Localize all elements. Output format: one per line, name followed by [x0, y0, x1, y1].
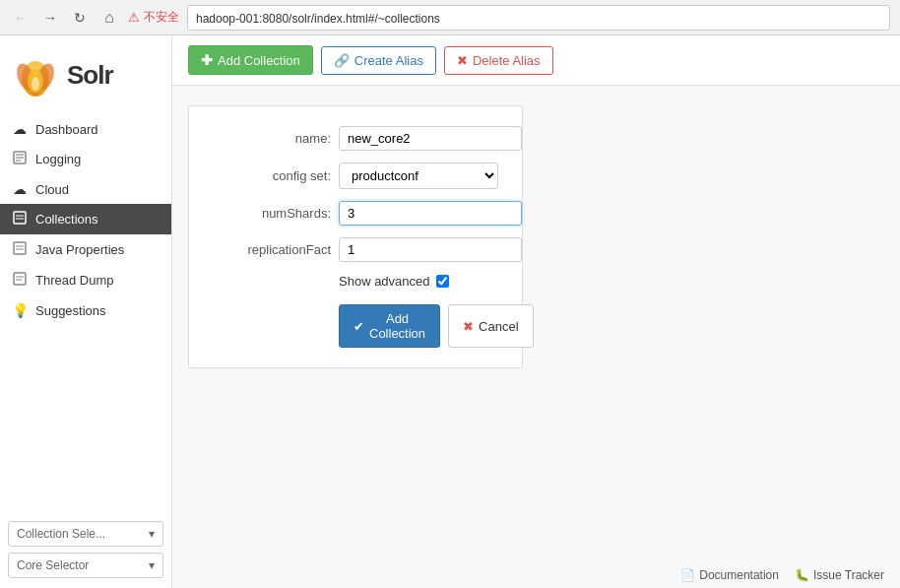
forward-button[interactable]: → [39, 7, 61, 29]
cloud-icon: ☁ [12, 181, 28, 197]
sidebar-item-cloud[interactable]: ☁ Cloud [0, 174, 171, 204]
suggestions-icon: 💡 [12, 302, 28, 318]
solr-logo-icon [12, 51, 59, 98]
config-set-field-row: config set: productconf _default [213, 163, 498, 189]
name-field-row: name: [213, 126, 498, 151]
cancel-icon: ✖ [463, 319, 474, 334]
sidebar-nav: ☁ Dashboard Logging ☁ Cloud Collections [0, 114, 171, 325]
add-collection-button-label: Add Collection [369, 311, 425, 341]
back-button[interactable]: ← [10, 7, 32, 29]
checkmark-icon: ✔ [354, 319, 364, 334]
sidebar-item-logging[interactable]: Logging [0, 144, 171, 174]
sidebar-item-label: Java Properties [35, 242, 124, 257]
show-advanced-checkbox[interactable] [436, 275, 449, 288]
sidebar-item-dashboard[interactable]: ☁ Dashboard [0, 114, 171, 144]
app-container: Solr ☁ Dashboard Logging ☁ Cloud C [0, 35, 900, 588]
bug-icon: 🐛 [795, 568, 809, 582]
browser-chrome: ← → ↻ ⌂ ⚠ 不安全 hadoop-001:8080/solr/index… [0, 0, 900, 35]
plus-icon: ✚ [201, 52, 213, 68]
delete-icon: ✖ [457, 53, 468, 68]
sidebar-item-label: Collections [35, 212, 98, 227]
core-selector-label: Core Selector [17, 558, 89, 572]
replication-factor-label: replicationFact [213, 242, 331, 257]
toolbar: ✚ Add Collection 🔗 Create Alias ✖ Delete… [172, 35, 900, 86]
sidebar-item-label: Suggestions [35, 303, 106, 318]
delete-alias-button[interactable]: ✖ Delete Alias [444, 46, 553, 75]
replication-factor-field-row: replicationFact [213, 237, 498, 262]
add-collection-label: Add Collection [218, 53, 300, 68]
thread-dump-icon [12, 272, 28, 289]
sidebar-item-java-properties[interactable]: Java Properties [0, 234, 171, 265]
chevron-down-icon: ▾ [149, 527, 155, 541]
cancel-button-label: Cancel [479, 319, 518, 334]
address-bar[interactable]: hadoop-001:8080/solr/index.html#/~collec… [187, 5, 890, 31]
sidebar-item-label: Thread Dump [35, 273, 113, 288]
config-set-label: config set: [213, 168, 331, 183]
create-alias-button[interactable]: 🔗 Create Alias [321, 46, 436, 75]
logo-area: Solr [0, 35, 171, 114]
logging-icon [12, 151, 28, 167]
sidebar-bottom: Collection Sele... ▾ Core Selector ▾ [0, 511, 171, 588]
collections-icon [12, 211, 28, 228]
add-collection-dialog: name: config set: productconf _default n… [188, 105, 523, 368]
sidebar-item-label: Logging [35, 152, 81, 166]
home-button[interactable]: ⌂ [98, 7, 120, 29]
sidebar-item-collections[interactable]: Collections [0, 204, 171, 234]
collection-selector-label: Collection Sele... [17, 527, 105, 541]
cancel-button[interactable]: ✖ Cancel [448, 304, 533, 348]
security-label: 不安全 [144, 9, 179, 26]
main-content: ✚ Add Collection 🔗 Create Alias ✖ Delete… [172, 35, 900, 588]
sidebar: Solr ☁ Dashboard Logging ☁ Cloud C [0, 35, 172, 588]
name-label: name: [213, 131, 331, 146]
replication-factor-input[interactable] [339, 237, 522, 262]
chevron-down-icon: ▾ [149, 558, 155, 572]
delete-alias-label: Delete Alias [473, 53, 541, 68]
collection-selector[interactable]: Collection Sele... ▾ [8, 521, 163, 547]
alias-icon: 🔗 [334, 53, 350, 68]
show-advanced-row: Show advanced [213, 274, 498, 289]
sidebar-item-suggestions[interactable]: 💡 Suggestions [0, 295, 171, 325]
reload-button[interactable]: ↻ [69, 7, 91, 29]
issue-tracker-link[interactable]: 🐛 Issue Tracker [795, 568, 884, 582]
java-properties-icon [12, 241, 28, 258]
documentation-icon: 📄 [680, 568, 695, 582]
issue-tracker-label: Issue Tracker [813, 568, 884, 582]
num-shards-input[interactable] [339, 201, 522, 226]
documentation-link[interactable]: 📄 Documentation [680, 568, 779, 582]
warning-icon: ⚠ [128, 10, 140, 25]
svg-rect-9 [14, 212, 26, 224]
solr-logo-text: Solr [67, 60, 113, 91]
footer: 📄 Documentation 🐛 Issue Tracker [665, 562, 900, 588]
security-badge: ⚠ 不安全 [128, 9, 179, 26]
config-set-select[interactable]: productconf _default [339, 163, 498, 189]
num-shards-label: numShards: [213, 206, 331, 221]
show-advanced-label: Show advanced [339, 274, 430, 289]
submit-add-collection-button[interactable]: ✔ Add Collection [339, 304, 440, 348]
add-collection-button[interactable]: ✚ Add Collection [188, 45, 313, 75]
documentation-label: Documentation [699, 568, 779, 582]
svg-point-4 [32, 77, 39, 91]
name-input[interactable] [339, 126, 522, 151]
sidebar-item-thread-dump[interactable]: Thread Dump [0, 265, 171, 295]
num-shards-field-row: numShards: [213, 201, 498, 226]
sidebar-item-label: Cloud [35, 182, 69, 197]
sidebar-item-label: Dashboard [35, 122, 98, 137]
create-alias-label: Create Alias [354, 53, 423, 68]
svg-rect-15 [14, 273, 26, 285]
core-selector[interactable]: Core Selector ▾ [8, 553, 163, 578]
svg-rect-12 [14, 242, 26, 254]
form-actions: ✔ Add Collection ✖ Cancel [213, 304, 498, 348]
dashboard-icon: ☁ [12, 121, 28, 137]
